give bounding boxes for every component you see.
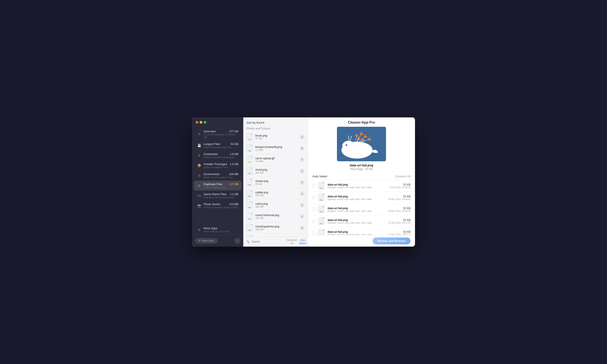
file-name: conicEqualArea.png — [255, 225, 298, 228]
file-list-item[interactable]: cluster.png 85 KB 2 — [243, 177, 308, 188]
sidebar-items: 👁 Overview 177 GB 74,12 GB available of … — [192, 126, 243, 221]
duplicate-checkbox[interactable] — [312, 196, 316, 199]
file-info: conicConformal.png 185 KB — [255, 214, 298, 220]
maximize-button[interactable] — [204, 121, 206, 124]
file-icon-wrapper — [247, 133, 254, 141]
duplicate-checkbox[interactable] — [312, 208, 316, 211]
file-list-item[interactable]: colors.png 160 KB 2 — [243, 200, 308, 211]
duplicate-checkbox[interactable] — [312, 184, 316, 188]
sidebar-item-photo-series[interactable]: 📷 Photo Series 173 MB Delete unneeded si… — [194, 201, 242, 210]
sidebar-item-downloads[interactable]: ⬇ Downloads 1.6 GB Delete unneeded downl… — [194, 151, 242, 160]
search-input[interactable] — [251, 240, 285, 243]
sidebar-item-content: Screenshots 316 MB Delete screen capture… — [204, 172, 238, 179]
file-info: cluster.png 85 KB — [255, 180, 298, 185]
file-icon-wrapper — [247, 201, 254, 209]
dup-date: 10 Dec 2019, 16:43:02 — [388, 210, 411, 212]
dup-file-path: Desktop › revJo› csp› node› less › test … — [328, 210, 386, 212]
dup-file-name: data-uri-fail.png — [328, 207, 386, 210]
sidebar-divider — [195, 222, 240, 222]
file-type-icon — [247, 144, 253, 152]
dup-info: data-uri-fail.png Desktop › revJo› csp› … — [328, 195, 386, 200]
file-badge: 2 — [300, 135, 305, 140]
file-corner — [251, 179, 252, 181]
camera-icon: 📷 — [197, 203, 201, 208]
dup-size: 52 KB — [388, 219, 411, 222]
file-type-icon — [247, 235, 253, 237]
file-size: 160 KB — [255, 205, 298, 208]
sidebar-item-more-apps[interactable]: ⊞ More Apps More tools for your Mac — [194, 225, 242, 234]
file-corner — [322, 182, 324, 184]
file-type-icon — [247, 224, 253, 232]
sidebar-item-same-name-files[interactable]: Aa Same Name Files 1.1 GB Find files wit… — [194, 191, 242, 200]
file-list-item[interactable]: chord.png 241 KB 2 — [243, 166, 308, 177]
dup-info: data-uri-fail.png Desktop › revJo› csp› … — [328, 219, 386, 224]
file-corner — [322, 217, 324, 219]
duplicate-item: data-uri-fail.png Desktop › revJo› csp› … — [308, 227, 415, 235]
file-list: brush.png 77 KB 2 bunyan.browserify.png … — [243, 131, 308, 237]
minimize-button[interactable] — [200, 121, 202, 124]
file-icon-wrapper — [247, 190, 254, 198]
dup-file-path: Desktop › revJo› csp› node› less › test … — [328, 234, 386, 235]
file-list-item[interactable]: collide.png 257 KB 2 — [243, 188, 308, 200]
close-button[interactable] — [195, 121, 198, 124]
file-size: 3,3 MB — [255, 160, 298, 163]
file-list-item[interactable]: cat-to-upload.gif 3,3 MB 7 — [243, 154, 308, 166]
file-list-item[interactable]: bunyan.browserify.png 1,2 MB 6 — [243, 143, 308, 154]
deselect-all-bar-button[interactable]: Deselect All — [395, 175, 411, 178]
preview-image — [337, 127, 386, 161]
start-over-button[interactable]: ↺ Start Over — [195, 238, 218, 244]
sort-button[interactable]: Sort by Kind ▾ — [247, 121, 264, 124]
file-badge: 7 — [300, 157, 305, 162]
back-button[interactable]: ‹ — [234, 238, 241, 244]
file-corner — [251, 167, 252, 169]
file-type-icon — [247, 178, 253, 186]
dup-size-info: 52 KB 23 Apr 2020, 19:58:53 — [389, 230, 411, 235]
dup-file-icon-wrapper — [318, 194, 325, 202]
review-remove-button[interactable]: Review and Remove — [373, 237, 411, 244]
auto-select-bar-button[interactable]: Auto Select — [312, 175, 327, 178]
sidebar-item-screenshots[interactable]: ⊞ Screenshots 316 MB Delete screen captu… — [194, 171, 242, 181]
file-size: 241 KB — [255, 171, 298, 174]
file-list-item[interactable]: conicEqualArea.png 194 KB 2 — [243, 222, 308, 234]
sidebar: 👁 Overview 177 GB 74,12 GB available of … — [192, 117, 243, 247]
file-size: 257 KB — [255, 194, 298, 197]
file-list-item[interactable]: conicEquidistant.png 191 KB 2 — [243, 234, 308, 237]
dup-file-type-icon — [318, 205, 324, 213]
refresh-icon: ↺ — [198, 239, 200, 242]
file-corner — [322, 194, 324, 195]
file-name: colors.png — [255, 202, 298, 205]
dup-file-name: data-uri-fail.png — [328, 219, 386, 222]
sidebar-item-name: Installer Packages 1.2 GB — [204, 162, 238, 166]
preview-area: data-uri-fail.png Png Image - 52 KB — [308, 127, 415, 173]
file-list-item[interactable]: brush.png 77 KB 2 — [243, 131, 308, 143]
file-badge: 6 — [300, 146, 305, 151]
dup-file-path: Desktop › revJo› csp› node› less › test … — [328, 222, 386, 224]
sidebar-item-installer-packages[interactable]: 📦 Installer Packages 1.2 GB Delete insta… — [194, 161, 242, 170]
auto-select-button[interactable]: Auto Select — [299, 239, 306, 245]
sidebar-item-name: Largest Files 54 GB — [204, 142, 238, 146]
dup-size: 52 KB — [388, 195, 411, 198]
file-badge: 2 — [300, 203, 305, 208]
deselect-all-button[interactable]: Deselect All — [287, 239, 297, 245]
sidebar-item-duplicate-files[interactable]: ⧉ Duplicate Files 2.7 GB Delete duplicat… — [194, 181, 242, 191]
sidebar-item-overview[interactable]: 👁 Overview 177 GB 74,12 GB available of … — [194, 128, 242, 140]
right-panel: Cleaner-App Pro — [308, 117, 415, 247]
dup-file-icon-wrapper — [318, 217, 325, 225]
sidebar-item-name: Photo Series 173 MB — [204, 203, 238, 206]
sidebar-item-name: Duplicate Files 2.7 GB — [204, 182, 238, 186]
file-corner — [251, 213, 252, 215]
sidebar-item-content: Overview 177 GB 74,12 GB available of 25… — [204, 130, 238, 139]
box-icon: 📦 — [197, 163, 201, 168]
file-corner — [251, 144, 252, 146]
grid-icon: ⊞ — [197, 173, 201, 178]
sidebar-item-largest-files[interactable]: 💾 Largest Files 54 GB Find and delete la… — [194, 141, 242, 150]
duplicate-checkbox[interactable] — [312, 231, 316, 235]
file-list-item[interactable]: conicConformal.png 185 KB 2 — [243, 211, 308, 222]
file-icon-wrapper — [247, 144, 254, 152]
right-footer: Review and Remove — [308, 235, 415, 247]
dup-info: data-uri-fail.png Desktop › revJo› csp› … — [328, 207, 386, 212]
duplicate-checkbox[interactable] — [312, 220, 316, 223]
file-corner — [251, 133, 252, 135]
file-corner — [251, 201, 252, 203]
file-name: collide.png — [255, 191, 298, 194]
